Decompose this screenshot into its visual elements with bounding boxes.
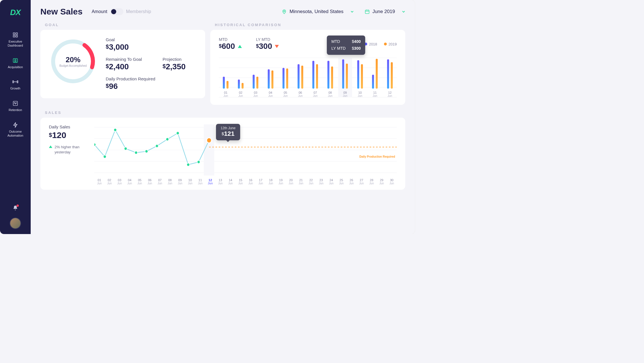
- x-tick: 04Jun: [268, 91, 273, 97]
- x-tick: 02Jun: [238, 91, 243, 97]
- x-tick: 05Jun: [135, 178, 145, 185]
- x-tick: 04Jun: [124, 178, 134, 185]
- bar-group[interactable]: 01Jun: [219, 57, 233, 97]
- sidebar-item-executive-dashboard[interactable]: Executive Dashboard: [0, 31, 31, 49]
- historical-bar-chart[interactable]: 01Jun02Jun03Jun04Jun05Jun06Jun07Jun08Jun…: [219, 58, 397, 97]
- stat-goal: Goal $3,000: [106, 37, 160, 52]
- svg-rect-12: [365, 10, 369, 14]
- svg-marker-10: [14, 122, 17, 128]
- bolt-icon: [12, 122, 18, 128]
- stat-label: Goal: [106, 37, 160, 42]
- x-tick: 20Jun: [286, 178, 296, 185]
- toggle-switch[interactable]: [110, 8, 123, 15]
- bar-group[interactable]: 05Jun: [279, 57, 292, 97]
- bar-group[interactable]: 07Jun: [308, 57, 322, 97]
- svg-rect-6: [13, 81, 14, 83]
- x-tick: 02Jun: [104, 178, 114, 185]
- map-pin-icon: [282, 9, 287, 14]
- bar: [372, 75, 374, 89]
- svg-point-36: [207, 138, 211, 143]
- x-tick: 06Jun: [298, 91, 303, 97]
- svg-point-28: [124, 147, 127, 150]
- x-tick: 13Jun: [215, 178, 225, 185]
- bar-group[interactable]: 02Jun: [234, 57, 248, 97]
- trend-up-icon: [49, 145, 52, 148]
- period-picker[interactable]: June 2019: [365, 9, 405, 14]
- x-tick: 07Jun: [155, 178, 165, 185]
- svg-rect-9: [13, 101, 18, 106]
- trend-down-icon: [275, 45, 279, 48]
- sales-column: SALES Daily Sales $120 2% higher than ye…: [40, 110, 405, 190]
- bar: [316, 64, 318, 89]
- svg-point-29: [135, 151, 138, 154]
- svg-point-32: [166, 138, 169, 141]
- bar: [286, 68, 288, 89]
- chart-tooltip: 12th June $121: [216, 124, 240, 140]
- goal-card: 20% Budget Accomplished Goal $3,000 Rema…: [40, 30, 205, 98]
- bar: [391, 62, 393, 89]
- x-tick: 29Jun: [377, 178, 387, 185]
- svg-point-30: [145, 150, 148, 153]
- stat-label: Projection: [163, 57, 186, 62]
- row-top: GOAL 20% Budget Accomplished: [40, 23, 405, 105]
- metric-mtd: MTD $600: [219, 37, 242, 51]
- sidebar-item-acquisition[interactable]: Acquisition: [0, 56, 31, 70]
- page-title: New Sales: [40, 7, 82, 16]
- x-tick: 03Jun: [115, 178, 124, 185]
- notifications-button[interactable]: [13, 205, 18, 212]
- svg-point-5: [15, 59, 16, 61]
- svg-rect-3: [16, 36, 18, 37]
- metric-label: MTD: [219, 37, 242, 42]
- bar-group[interactable]: 06Jun: [294, 57, 308, 97]
- bar: [242, 83, 244, 89]
- svg-point-33: [176, 132, 179, 135]
- bar: [282, 68, 284, 89]
- svg-point-26: [103, 155, 106, 158]
- top-bar-right: Minnesota, United States June 2019: [282, 9, 405, 14]
- toggle-label-amount: Amount: [92, 9, 107, 14]
- bar: [271, 70, 273, 89]
- x-tick: 23Jun: [316, 178, 326, 185]
- x-tick: 06Jun: [145, 178, 155, 185]
- user-avatar[interactable]: [10, 218, 20, 228]
- sidebar-item-label: Outcome Automation: [1, 130, 30, 138]
- x-tick: 07Jun: [313, 91, 317, 97]
- sales-line-chart[interactable]: 12th June $121 Daily Production Required…: [94, 124, 397, 184]
- x-tick: 10Jun: [358, 91, 362, 97]
- reference-line-label: Daily Production Required: [359, 155, 395, 158]
- x-tick: 17Jun: [256, 178, 266, 185]
- sidebar-item-retention[interactable]: Retention: [0, 99, 31, 113]
- bar: [342, 59, 344, 89]
- x-tick: 27Jun: [356, 178, 366, 185]
- bar-group[interactable]: 04Jun: [264, 57, 278, 97]
- bar: [256, 77, 258, 89]
- goal-percent: 20%: [66, 55, 80, 64]
- sidebar-item-growth[interactable]: Growth: [0, 78, 31, 92]
- bar-group[interactable]: 08Jun: [323, 57, 337, 97]
- svg-point-34: [187, 163, 190, 166]
- sidebar-item-outcome-automation[interactable]: Outcome Automation: [0, 121, 31, 139]
- x-tick: 12Jun: [388, 91, 392, 97]
- calendar-icon: [365, 9, 370, 14]
- bar-group[interactable]: 03Jun: [249, 57, 263, 97]
- period-text: June 2019: [373, 9, 395, 14]
- bar-group[interactable]: 11Jun: [368, 57, 382, 97]
- bar: [301, 66, 303, 89]
- sidebar: DX Executive Dashboard Acquisition Growt…: [0, 0, 31, 234]
- bar: [223, 77, 225, 89]
- bar-group[interactable]: 12Jun: [383, 57, 397, 97]
- daily-sales-label: Daily Sales: [49, 124, 86, 129]
- bar-group[interactable]: 10Jun: [353, 57, 367, 97]
- location-picker[interactable]: Minnesota, United States: [282, 9, 354, 14]
- svg-rect-7: [17, 81, 18, 83]
- stat-value: $3,000: [106, 43, 160, 52]
- x-tick: 09Jun: [175, 178, 185, 185]
- goal-donut: 20% Budget Accomplished: [49, 37, 97, 85]
- toggle-label-membership: Membership: [126, 9, 151, 14]
- bar-group[interactable]: 09Jun: [338, 57, 352, 97]
- bar: [312, 61, 314, 89]
- svg-point-35: [197, 160, 200, 164]
- svg-point-27: [114, 128, 117, 132]
- chevron-down-icon: [350, 10, 354, 13]
- x-tick: 08Jun: [165, 178, 175, 185]
